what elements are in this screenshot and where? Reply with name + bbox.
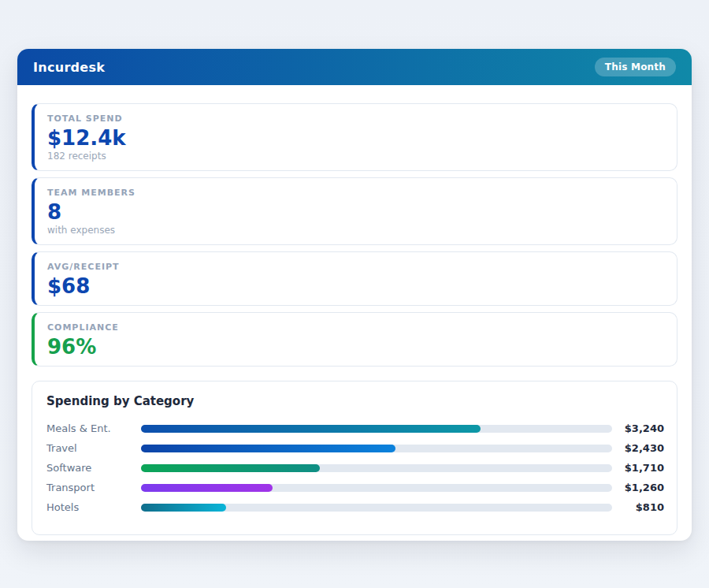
dashboard-card: Incurdesk This Month TOTAL SPEND$12.4k18… <box>17 49 692 541</box>
bar-row-hotels: Hotels$810 <box>46 497 664 517</box>
period-badge[interactable]: This Month <box>595 58 676 76</box>
app-title: Incurdesk <box>33 60 105 75</box>
bar-value-label: $1,710 <box>612 462 664 474</box>
stat-value: $68 <box>47 275 663 297</box>
bar-fill <box>141 504 226 512</box>
bar-row-travel: Travel$2,430 <box>46 438 664 458</box>
bar-value-label: $3,240 <box>612 422 664 434</box>
bar-category-label: Travel <box>46 442 141 454</box>
stat-card-compliance: COMPLIANCE96% <box>32 312 677 367</box>
bar-track <box>141 464 612 472</box>
bar-track <box>141 504 612 512</box>
stat-value: 8 <box>47 201 663 223</box>
stat-value: 96% <box>47 336 663 358</box>
chart-title: Spending by Category <box>46 394 664 408</box>
stat-subtext: 182 receipts <box>47 151 663 162</box>
stat-label: COMPLIANCE <box>47 322 663 333</box>
bar-category-label: Meals & Ent. <box>46 422 141 434</box>
bar-category-label: Hotels <box>46 501 141 513</box>
bar-track <box>141 484 612 492</box>
stat-card-team-members: TEAM MEMBERS8with expenses <box>32 177 677 245</box>
bar-category-label: Software <box>46 462 141 474</box>
bar-fill <box>141 484 273 492</box>
bar-fill <box>141 445 395 452</box>
stat-label: TEAM MEMBERS <box>47 188 663 198</box>
bar-value-label: $810 <box>612 501 664 513</box>
stat-value: $12.4k <box>47 127 663 149</box>
bar-category-label: Transport <box>46 482 141 493</box>
bar-track <box>141 445 612 452</box>
bar-fill <box>141 425 481 433</box>
dashboard-body: TOTAL SPEND$12.4k182 receiptsTEAM MEMBER… <box>17 85 692 535</box>
stat-card-list: TOTAL SPEND$12.4k182 receiptsTEAM MEMBER… <box>32 103 677 367</box>
bar-row-software: Software$1,710 <box>46 458 664 478</box>
bar-track <box>141 425 612 433</box>
bar-value-label: $2,430 <box>612 442 664 454</box>
bar-chart: Meals & Ent.$3,240Travel$2,430Software$1… <box>46 419 664 517</box>
bar-row-transport: Transport$1,260 <box>46 478 664 497</box>
spending-chart-card: Spending by Category Meals & Ent.$3,240T… <box>32 381 677 535</box>
stat-subtext: with expenses <box>47 225 663 236</box>
bar-row-meals-ent-: Meals & Ent.$3,240 <box>46 419 664 438</box>
bar-fill <box>141 464 320 472</box>
app-header: Incurdesk This Month <box>17 49 692 85</box>
stat-card-total-spend: TOTAL SPEND$12.4k182 receipts <box>32 103 677 171</box>
stat-card-avg-receipt: AVG/RECEIPT$68 <box>32 251 677 306</box>
bar-value-label: $1,260 <box>612 482 664 493</box>
stat-label: AVG/RECEIPT <box>47 262 663 272</box>
stat-label: TOTAL SPEND <box>47 114 663 124</box>
